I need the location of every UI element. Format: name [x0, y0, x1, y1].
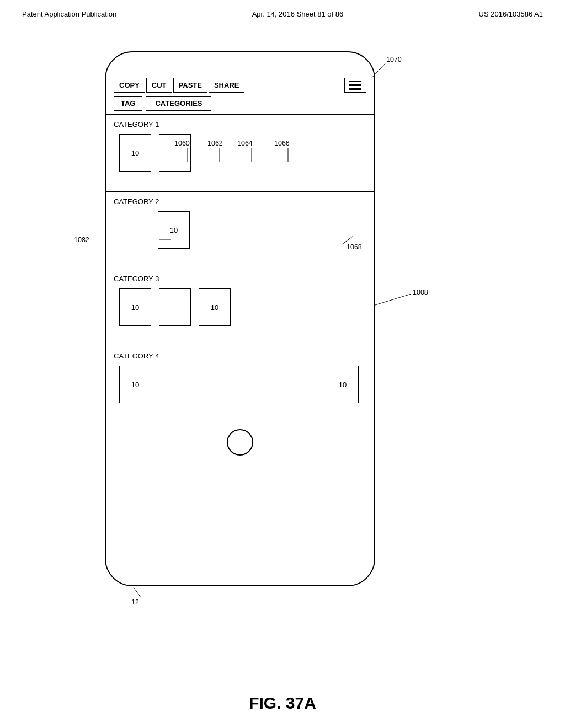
item-label-4-1: 10	[131, 381, 139, 389]
figure-label: FIG. 37A	[249, 694, 316, 713]
phone-device: COPY CUT PASTE SHARE TAG CATEGORIES CATE…	[105, 51, 375, 586]
item-box-4-2[interactable]: 10	[327, 366, 359, 403]
patent-header: Patent Application Publication Apr. 14, …	[0, 0, 565, 24]
home-button-area	[106, 424, 374, 459]
item-box-3-1[interactable]: 10	[119, 288, 151, 326]
home-button[interactable]	[227, 429, 253, 456]
label-1008: 1008	[413, 288, 428, 296]
item-label-4-2: 10	[339, 381, 347, 389]
label-12: 12	[131, 598, 139, 606]
header-right: US 2016/103586 A1	[479, 10, 543, 18]
label-1062: 1062	[207, 140, 223, 147]
header-middle: Apr. 14, 2016 Sheet 81 of 86	[252, 10, 344, 18]
category-section-4: CATEGORY 4 10 10	[106, 346, 374, 424]
category-3-items: 10 10	[114, 288, 366, 326]
category-section-3: CATEGORY 3 10 10	[106, 269, 374, 346]
cut-button[interactable]: CUT	[146, 78, 172, 93]
item-box-3-2[interactable]	[159, 288, 191, 326]
label-1066: 1066	[274, 140, 290, 147]
category-4-label: CATEGORY 4	[114, 352, 366, 360]
main-content: COPY CUT PASTE SHARE TAG CATEGORIES CATE…	[0, 24, 565, 719]
hamburger-line-1	[349, 81, 361, 82]
item-label-3-3: 10	[211, 303, 218, 312]
item-box-1-1[interactable]: 10	[119, 134, 151, 172]
category-4-items: 10 10	[114, 366, 366, 403]
item-label-3-1: 10	[131, 303, 139, 312]
category-section-2: CATEGORY 2 10	[106, 192, 374, 269]
svg-line-1	[375, 294, 411, 305]
category-3-label: CATEGORY 3	[114, 275, 366, 283]
toolbar-row1: COPY CUT PASTE SHARE	[114, 78, 366, 93]
svg-line-3	[134, 587, 141, 597]
label-1060: 1060	[174, 140, 190, 147]
tag-button[interactable]: TAG	[114, 96, 142, 111]
share-button[interactable]: SHARE	[209, 78, 245, 93]
header-left: Patent Application Publication	[22, 10, 116, 18]
category-2-label: CATEGORY 2	[114, 197, 366, 206]
label-1068: 1068	[347, 243, 362, 251]
hamburger-line-2	[349, 84, 361, 86]
toolbar-row2: TAG CATEGORIES	[114, 96, 366, 111]
hamburger-line-3	[349, 88, 361, 90]
label-1064: 1064	[237, 140, 253, 147]
item-label-2-1: 10	[170, 226, 178, 234]
paste-button[interactable]: PASTE	[173, 78, 207, 93]
toolbar-area: COPY CUT PASTE SHARE TAG CATEGORIES	[106, 72, 374, 115]
hamburger-menu[interactable]	[344, 78, 366, 93]
categories-button[interactable]: CATEGORIES	[146, 96, 211, 111]
item-box-3-3[interactable]: 10	[199, 288, 231, 326]
item-box-4-1[interactable]: 10	[119, 366, 151, 403]
copy-button[interactable]: COPY	[114, 78, 145, 93]
category-section-1: CATEGORY 1 10	[106, 115, 374, 192]
label-1082: 1082	[74, 236, 89, 244]
category-1-label: CATEGORY 1	[114, 120, 366, 129]
item-label-1-1: 10	[131, 149, 139, 157]
category-2-items: 10	[114, 211, 366, 249]
item-box-2-1[interactable]: 10	[158, 211, 190, 249]
label-1070: 1070	[386, 56, 402, 63]
